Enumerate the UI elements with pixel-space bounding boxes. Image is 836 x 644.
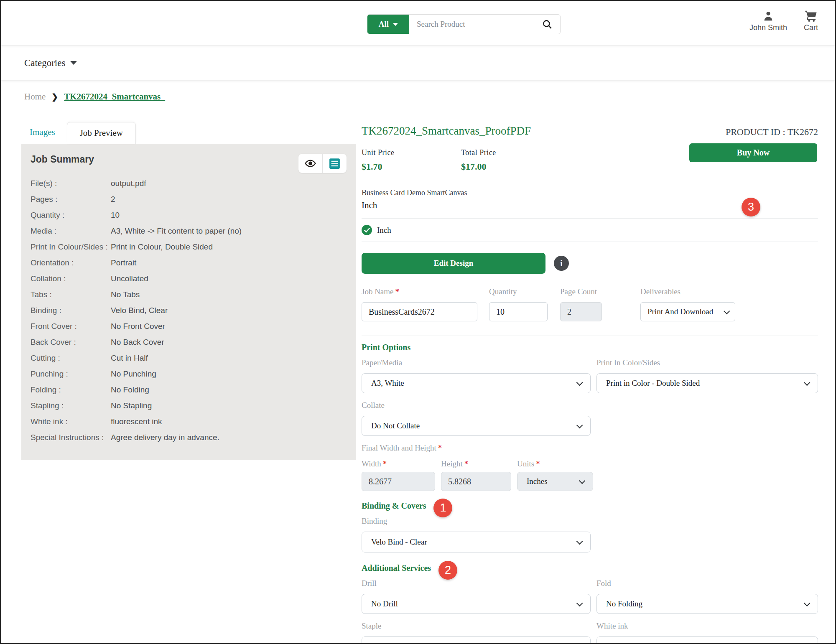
summary-label: White ink : — [31, 417, 111, 426]
units-value: Inches — [527, 477, 548, 486]
check-circle-icon — [362, 225, 372, 235]
white-ink-label: White ink — [596, 621, 628, 630]
summary-row: Print In Colour/Sides :Print in Colour, … — [21, 239, 356, 255]
summary-label: Folding : — [31, 386, 111, 394]
collate-label: Collate — [362, 401, 385, 410]
summary-row: Collation :Uncollated — [21, 271, 356, 287]
user-account-button[interactable]: John Smith — [749, 10, 787, 32]
print-options-title: Print Options — [362, 343, 818, 352]
total-price-value: $17.00 — [461, 161, 561, 172]
summary-label: Tabs : — [31, 290, 111, 299]
color-sides-select[interactable]: Print in Color - Double Sided — [596, 373, 818, 393]
search-input[interactable] — [409, 15, 534, 34]
required-mark: * — [395, 287, 400, 296]
summary-value: Print in Colour, Double Sided — [111, 243, 213, 251]
summary-value: No Punching — [111, 370, 156, 378]
additional-services-title: Additional Services — [362, 563, 431, 573]
white-ink-select[interactable]: fluorescent ink — [596, 636, 818, 644]
job-name-input[interactable] — [362, 302, 477, 321]
summary-row: Quantity :10 — [21, 207, 356, 223]
paper-media-label: Paper/Media — [362, 358, 402, 367]
product-order-page: { "header": { "search": { "category_labe… — [0, 0, 836, 644]
summary-value: 10 — [111, 211, 120, 219]
summary-value: No Front Cover — [111, 322, 165, 331]
summary-label: Front Cover : — [31, 322, 111, 331]
paper-media-select[interactable]: A3, White — [362, 373, 591, 393]
binding-value: Velo Bind - Clear — [371, 537, 427, 547]
staple-select[interactable]: No Stapling — [362, 636, 591, 644]
summary-row: Pages :2 — [21, 191, 356, 207]
collate-select[interactable]: Do Not Collate — [362, 416, 591, 436]
chevron-down-icon — [576, 422, 583, 428]
fold-select[interactable]: No Folding — [596, 594, 818, 614]
edit-design-button[interactable]: Edit Design — [362, 253, 545, 274]
category-nav: Categories — [1, 46, 835, 81]
binding-select[interactable]: Velo Bind - Clear — [362, 532, 591, 552]
summary-value: Uncollated — [111, 275, 148, 283]
categories-label: Categories — [24, 58, 65, 69]
preview-eye-button[interactable] — [305, 159, 316, 168]
page-count-label: Page Count — [560, 287, 602, 296]
breadcrumb-current-link[interactable]: TK2672024_Smartcanvas_ — [64, 92, 165, 102]
categories-dropdown[interactable]: Categories — [24, 58, 77, 69]
summary-row: File(s) :output.pdf — [21, 176, 356, 191]
top-header: All John Smith Cart — [1, 1, 835, 46]
eye-icon — [305, 159, 316, 168]
paper-media-value: A3, White — [371, 379, 404, 388]
product-title: TK2672024_Smartcanvas_ProofPDF — [362, 125, 531, 137]
summary-value: No Folding — [111, 386, 149, 394]
cart-icon — [804, 10, 818, 22]
search-button[interactable] — [534, 15, 560, 34]
deliverables-value: Print And Download — [647, 307, 713, 316]
chevron-down-icon — [576, 600, 583, 606]
summary-row: Stapling :No Stapling — [21, 398, 356, 414]
quantity-input[interactable] — [489, 302, 548, 321]
unit-price-label: Unit Price — [362, 148, 461, 157]
breadcrumb-chevron-icon: ❯ — [51, 92, 58, 102]
summary-value: Cut in Half — [111, 354, 148, 362]
divider — [362, 242, 818, 242]
tab-images[interactable]: Images — [21, 127, 67, 144]
deliverables-label: Deliverables — [640, 287, 735, 296]
units-select[interactable]: Inches — [517, 472, 593, 491]
drill-value: No Drill — [371, 599, 398, 608]
header-actions: John Smith Cart — [749, 10, 818, 32]
annotation-badge-2: 2 — [438, 561, 457, 580]
summary-label: Stapling : — [31, 402, 111, 410]
divider — [322, 154, 323, 173]
product-config-column: TK2672024_Smartcanvas_ProofPDF PRODUCT I… — [362, 121, 818, 644]
deliverables-select[interactable]: Print And Download — [640, 302, 735, 321]
height-input — [441, 472, 511, 491]
required-mark: * — [464, 459, 469, 468]
summary-row: Tabs :No Tabs — [21, 287, 356, 303]
summary-value: No Back Cover — [111, 338, 164, 346]
tab-job-preview[interactable]: Job Preview — [67, 122, 136, 144]
collate-value: Do Not Collate — [371, 421, 420, 430]
cart-button[interactable]: Cart — [804, 10, 818, 32]
unit-radio-inch[interactable]: Inch — [362, 219, 818, 242]
summary-list-button[interactable] — [329, 158, 340, 169]
summary-row: Front Cover :No Front Cover — [21, 318, 356, 334]
info-icon[interactable] — [554, 256, 569, 271]
job-name-label: Job Name — [362, 287, 394, 296]
breadcrumb: Home ❯ TK2672024_Smartcanvas_ — [1, 81, 835, 102]
job-summary-panel: Job Summary — [21, 144, 356, 460]
product-search-bar: All — [367, 14, 561, 34]
summary-label: Punching : — [31, 370, 111, 378]
binding-covers-title: Binding & Covers — [362, 501, 426, 511]
breadcrumb-home-link[interactable]: Home — [24, 92, 46, 102]
job-summary-title: Job Summary — [31, 154, 94, 165]
drill-select[interactable]: No Drill — [362, 594, 591, 614]
search-category-dropdown[interactable]: All — [367, 15, 409, 34]
required-mark: * — [383, 459, 387, 468]
main-content: Images Job Preview Job Summary — [1, 121, 835, 644]
summary-row: Binding :Velo Bind, Clear — [21, 303, 356, 318]
white-ink-value: fluorescent ink — [606, 642, 653, 644]
job-summary-rows: File(s) :output.pdf Pages :2 Quantity :1… — [21, 176, 356, 445]
chevron-down-icon — [804, 379, 811, 386]
summary-row: Media :A3, White -> Fit content to paper… — [21, 223, 356, 239]
color-sides-value: Print in Color - Double Sided — [606, 379, 700, 388]
buy-now-button[interactable]: Buy Now — [689, 143, 817, 162]
chevron-down-icon — [70, 61, 77, 65]
summary-row: Cutting :Cut in Half — [21, 350, 356, 366]
